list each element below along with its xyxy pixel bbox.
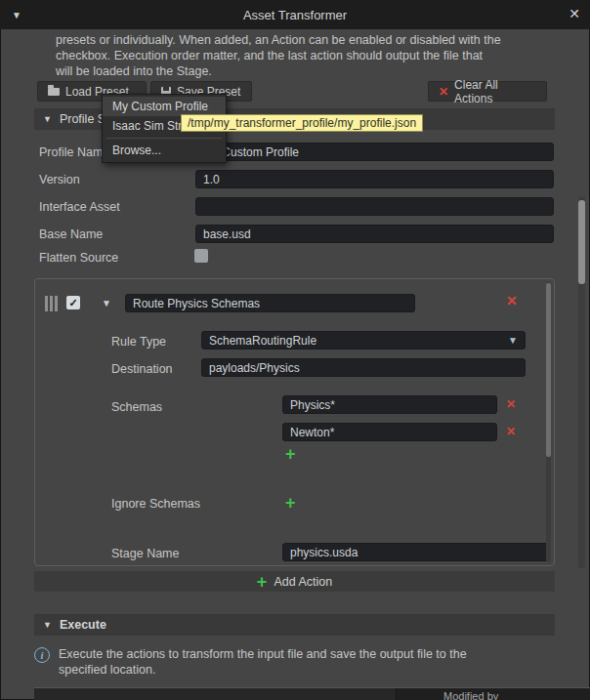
rule-type-label: Rule Type — [111, 335, 166, 349]
execute-info-line-1: Execute the actions to transform the inp… — [59, 646, 547, 662]
profile-name-input[interactable]: My Custom Profile — [195, 143, 554, 161]
folder-icon — [48, 88, 60, 96]
action-chevron-down-icon[interactable]: ▼ — [102, 298, 111, 309]
window-close-icon[interactable]: ✕ — [569, 6, 580, 21]
base-name-label: Base Name — [39, 227, 103, 241]
destination-input[interactable]: payloads/Physics — [201, 358, 526, 377]
window-titlebar: ▼ Asset Transformer ✕ — [0, 0, 590, 29]
clear-all-actions-button[interactable]: ✕ Clear All Actions — [428, 81, 547, 102]
rule-type-dropdown[interactable]: SchemaRoutingRule ▼ — [201, 331, 526, 350]
schema-remove-icon-2[interactable]: ✕ — [506, 425, 516, 438]
menu-item-browse[interactable]: Browse... — [103, 141, 226, 160]
info-icon: i — [34, 647, 50, 663]
window-scrollbar-thumb[interactable] — [578, 200, 585, 284]
rule-type-value: SchemaRoutingRule — [209, 334, 316, 348]
add-schema-icon[interactable]: + — [285, 447, 296, 461]
schemas-label: Schemas — [111, 400, 162, 414]
stage-name-input[interactable]: physics.usda — [282, 543, 551, 561]
action-panel-scrollbar[interactable] — [546, 282, 551, 562]
execute-info-text: Execute the actions to transform the inp… — [59, 646, 547, 678]
window-scrollbar[interactable] — [578, 197, 585, 568]
menu-separator — [106, 138, 222, 139]
execute-header[interactable]: ▼ Execute — [34, 614, 555, 636]
drag-handle-icon[interactable] — [45, 296, 58, 311]
schema-input-1[interactable]: Physics* — [282, 395, 497, 414]
destination-label: Destination — [111, 362, 173, 376]
base-name-input[interactable]: base.usd — [195, 225, 554, 243]
action-delete-icon[interactable]: ✕ — [506, 293, 518, 309]
clear-icon: ✕ — [439, 85, 448, 99]
action-enabled-checkbox[interactable]: ✓ — [66, 296, 80, 309]
version-label: Version — [39, 173, 80, 186]
profile-name-label: Profile Name — [39, 145, 109, 159]
action-panel-scrollbar-thumb[interactable] — [546, 283, 551, 457]
add-action-plus-icon: + — [257, 575, 268, 589]
execute-chevron-down-icon: ▼ — [43, 620, 52, 630]
menu-item-my-custom-profile[interactable]: My Custom Profile — [103, 97, 226, 116]
add-ignore-schema-icon[interactable]: + — [285, 496, 296, 510]
intro-line-1: presets or individually. When added, an … — [56, 32, 549, 48]
intro-text: presets or individually. When added, an … — [56, 32, 549, 79]
add-action-label: Add Action — [274, 575, 332, 589]
add-action-button[interactable]: + Add Action — [34, 571, 555, 592]
action-panel: ✓ ▼ Route Physics Schemas ✕ Rule Type Sc… — [34, 278, 555, 566]
flatten-source-checkbox[interactable] — [194, 249, 208, 263]
execute-info-line-2: specified location. — [59, 662, 547, 678]
flatten-source-label: Flatten Source — [39, 251, 118, 265]
chevron-down-icon: ▼ — [43, 114, 52, 124]
stage-name-label: Stage Name — [111, 547, 179, 560]
intro-line-2: checkbox. Execution order matter, and th… — [56, 48, 549, 63]
schema-remove-icon-1[interactable]: ✕ — [506, 397, 516, 411]
dropdown-arrow-icon: ▼ — [508, 335, 518, 346]
window-title: Asset Transformer — [0, 8, 590, 22]
profile-path-tooltip: /tmp/my_transformer_profile/my_profile.j… — [181, 114, 423, 132]
modified-by-header: Modified by — [396, 688, 590, 700]
interface-asset-label: Interface Asset — [39, 200, 120, 214]
schema-input-2[interactable]: Newton* — [282, 423, 497, 441]
version-input[interactable]: 1.0 — [195, 170, 554, 188]
footer-row: Modified by — [34, 687, 590, 700]
execute-title: Execute — [60, 618, 106, 632]
action-name-input[interactable]: Route Physics Schemas — [125, 294, 415, 312]
ignore-schemas-label: Ignore Schemas — [111, 497, 200, 511]
clear-all-actions-label: Clear All Actions — [454, 78, 536, 105]
interface-asset-input[interactable] — [195, 197, 554, 216]
